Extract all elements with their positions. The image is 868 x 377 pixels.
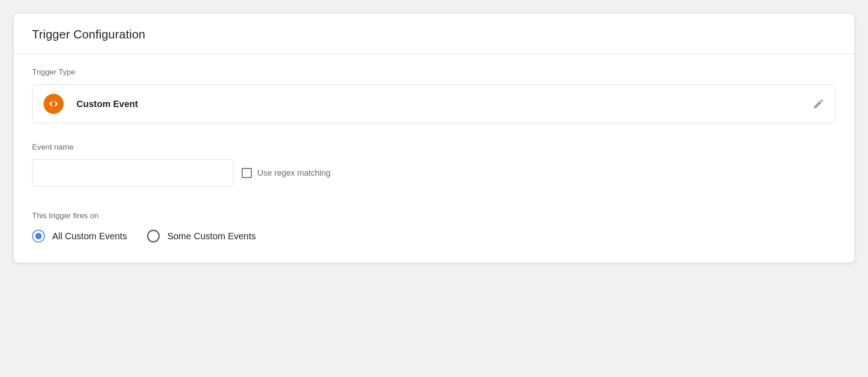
card-header: Trigger Configuration [14,14,854,54]
radio-row: All Custom Events Some Custom Events [32,230,836,242]
fires-on-section: This trigger fires on All Custom Events … [32,211,836,242]
regex-checkbox[interactable] [242,168,252,178]
trigger-type-value: Custom Event [76,99,813,109]
trigger-config-card: Trigger Configuration Trigger Type Custo… [14,14,854,263]
code-icon [43,94,64,114]
regex-checkbox-label: Use regex matching [257,168,331,178]
event-name-input[interactable] [32,159,233,187]
card-title: Trigger Configuration [32,27,836,42]
radio-all-label: All Custom Events [52,231,127,242]
trigger-type-section: Trigger Type Custom Event [32,68,836,124]
trigger-type-selector[interactable]: Custom Event [32,84,836,124]
radio-some-custom-events[interactable] [147,230,160,242]
event-name-row: Use regex matching [32,159,836,187]
regex-checkbox-group[interactable]: Use regex matching [242,168,331,178]
fires-on-label: This trigger fires on [32,211,836,221]
event-name-section: Event name Use regex matching [32,143,836,187]
radio-some-label: Some Custom Events [167,231,255,242]
edit-icon[interactable] [813,98,825,110]
event-name-label: Event name [32,143,836,152]
radio-option-all[interactable]: All Custom Events [32,230,127,242]
radio-option-some[interactable]: Some Custom Events [147,230,255,242]
card-body: Trigger Type Custom Event Event name Use… [14,54,854,263]
trigger-type-label: Trigger Type [32,68,836,77]
radio-all-custom-events[interactable] [32,230,45,242]
